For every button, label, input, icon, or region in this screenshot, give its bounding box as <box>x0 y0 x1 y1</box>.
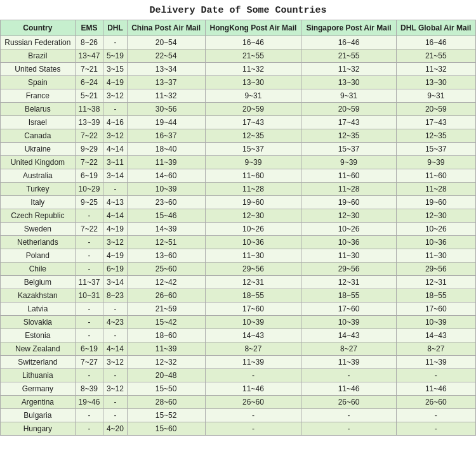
data-cell: 17~60 <box>205 303 301 316</box>
data-cell: 11~30 <box>301 249 396 263</box>
data-cell: 13~30 <box>301 76 396 89</box>
data-cell: 11~39 <box>205 356 301 369</box>
data-cell: 12~32 <box>127 356 205 369</box>
data-cell: 29~56 <box>301 263 396 276</box>
country-cell: Belarus <box>1 103 76 116</box>
page-title: Delivery Date of Some Countries <box>0 0 476 20</box>
data-cell: 15~37 <box>301 143 396 156</box>
data-cell: - <box>103 396 128 409</box>
data-cell: - <box>301 422 396 436</box>
country-cell: Brazil <box>1 49 76 63</box>
column-header-6: DHL Global Air Mail <box>396 20 475 36</box>
country-cell: Czech Republic <box>1 209 76 223</box>
data-cell: - <box>103 409 128 422</box>
data-cell: 16~37 <box>127 129 205 143</box>
data-cell: 3~12 <box>103 356 128 369</box>
data-cell: 13~37 <box>127 76 205 89</box>
data-cell: 6~24 <box>75 76 103 89</box>
data-cell: 15~60 <box>127 422 205 436</box>
table-row: Netherlands-3~1212~5110~3610~3610~36 <box>1 236 476 249</box>
data-cell: 8~27 <box>301 342 396 356</box>
data-cell: 14~39 <box>127 223 205 236</box>
data-cell: 4~19 <box>103 223 128 236</box>
data-cell: 29~56 <box>205 263 301 276</box>
data-cell: - <box>75 422 103 436</box>
data-cell: 12~30 <box>396 209 475 223</box>
data-cell: 7~21 <box>75 63 103 76</box>
data-cell: - <box>75 303 103 316</box>
data-cell: 8~23 <box>103 289 128 303</box>
data-cell: 10~36 <box>301 236 396 249</box>
data-cell: 6~19 <box>103 263 128 276</box>
data-cell: - <box>103 183 128 196</box>
data-cell: 18~55 <box>396 289 475 303</box>
data-cell: 17~60 <box>396 303 475 316</box>
country-cell: Kazakhstan <box>1 289 76 303</box>
data-cell: 12~51 <box>127 236 205 249</box>
data-cell: 5~19 <box>103 49 128 63</box>
data-cell: 12~30 <box>301 209 396 223</box>
data-cell: - <box>75 316 103 329</box>
column-header-3: China Post Air Mail <box>127 20 205 36</box>
data-cell: 13~34 <box>127 63 205 76</box>
data-cell: 18~40 <box>127 143 205 156</box>
data-cell: 11~28 <box>301 183 396 196</box>
data-cell: 10~26 <box>396 223 475 236</box>
data-cell: 15~37 <box>205 143 301 156</box>
data-cell: 11~32 <box>127 89 205 103</box>
table-row: Chile-6~1925~6029~5629~5629~56 <box>1 263 476 276</box>
data-cell: 3~11 <box>103 156 128 169</box>
data-cell: 19~60 <box>396 196 475 209</box>
data-cell: 21~55 <box>301 49 396 63</box>
data-cell: - <box>396 369 475 382</box>
data-cell: 30~56 <box>127 103 205 116</box>
data-cell: 17~43 <box>396 116 475 129</box>
data-cell: 7~22 <box>75 129 103 143</box>
data-cell: - <box>75 369 103 382</box>
data-cell: - <box>75 249 103 263</box>
data-cell: 4~19 <box>103 249 128 263</box>
table-row: Brazil13~475~1922~5421~5521~5521~55 <box>1 49 476 63</box>
data-cell: 15~46 <box>127 209 205 223</box>
data-cell: - <box>75 209 103 223</box>
data-cell: 17~43 <box>205 116 301 129</box>
table-row: Russian Federation8~26-20~5416~4616~4616… <box>1 36 476 49</box>
data-cell: 13~39 <box>75 116 103 129</box>
delivery-table: CountryEMSDHLChina Post Air MailHongKong… <box>0 20 476 436</box>
data-cell: 10~36 <box>396 236 475 249</box>
table-row: Israel13~394~1619~4417~4317~4317~43 <box>1 116 476 129</box>
table-row: United Kingdom7~223~1111~399~399~399~39 <box>1 156 476 169</box>
data-cell: 16~46 <box>396 36 475 49</box>
data-cell: 13~30 <box>205 76 301 89</box>
data-cell: 13~60 <box>127 249 205 263</box>
country-cell: Slovakia <box>1 316 76 329</box>
data-cell: 9~39 <box>396 156 475 169</box>
column-header-5: Singapore Post Air Mail <box>301 20 396 36</box>
data-cell: 3~14 <box>103 169 128 183</box>
table-row: Italy9~254~1323~6019~6019~6019~60 <box>1 196 476 209</box>
country-cell: Sweden <box>1 223 76 236</box>
data-cell: 20~48 <box>127 369 205 382</box>
data-cell: - <box>205 369 301 382</box>
country-cell: Russian Federation <box>1 36 76 49</box>
country-cell: Estonia <box>1 329 76 342</box>
data-cell: - <box>103 103 128 116</box>
table-row: Germany8~393~1215~5011~4611~4611~46 <box>1 382 476 396</box>
data-cell: 16~46 <box>205 36 301 49</box>
data-cell: 12~31 <box>396 276 475 289</box>
table-row: Poland-4~1913~6011~3011~3011~30 <box>1 249 476 263</box>
data-cell: 20~54 <box>127 36 205 49</box>
data-cell: 11~46 <box>396 382 475 396</box>
data-cell: 11~37 <box>75 276 103 289</box>
data-cell: 10~39 <box>205 316 301 329</box>
data-cell: 9~31 <box>301 89 396 103</box>
data-cell: 3~14 <box>103 276 128 289</box>
data-cell: 14~43 <box>205 329 301 342</box>
data-cell: 12~30 <box>205 209 301 223</box>
data-cell: 10~39 <box>301 316 396 329</box>
data-cell: 29~56 <box>396 263 475 276</box>
data-cell: 6~19 <box>75 342 103 356</box>
data-cell: 11~32 <box>205 63 301 76</box>
data-cell: 11~60 <box>396 169 475 183</box>
data-cell: 13~30 <box>396 76 475 89</box>
